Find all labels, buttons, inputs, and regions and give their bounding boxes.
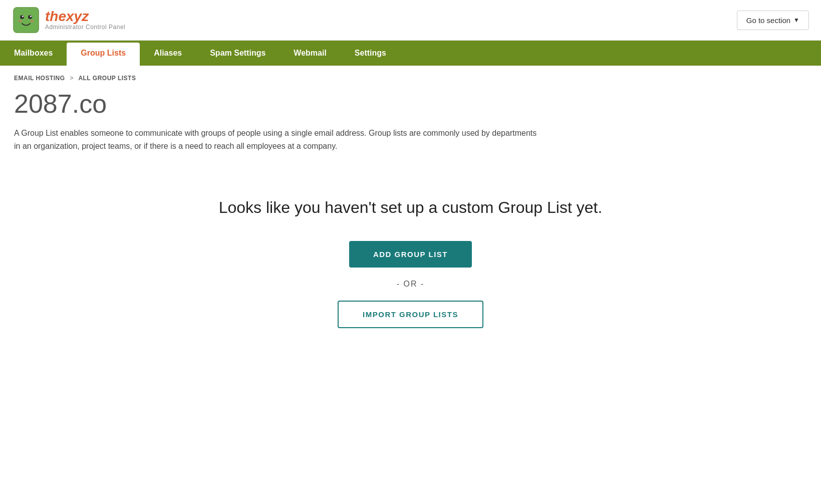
header: thexyz Administrator Control Panel Go to… <box>0 0 821 41</box>
add-group-list-button[interactable]: ADD GROUP LIST <box>349 241 472 268</box>
svg-point-3 <box>28 15 32 19</box>
nav-bar: Mailboxes Group Lists Aliases Spam Setti… <box>0 41 821 66</box>
breadcrumb-parent: EMAIL HOSTING <box>14 75 65 82</box>
nav-item-mailboxes[interactable]: Mailboxes <box>0 41 67 66</box>
goto-section-button[interactable]: Go to section ▼ <box>737 11 809 30</box>
goto-section-label: Go to section <box>746 16 790 25</box>
page-description: A Group List enables someone to communic… <box>0 127 551 168</box>
svg-point-4 <box>22 16 24 17</box>
nav-item-spam-settings[interactable]: Spam Settings <box>196 41 280 66</box>
nav-item-group-lists[interactable]: Group Lists <box>67 43 140 66</box>
breadcrumb: EMAIL HOSTING > ALL GROUP LISTS <box>0 66 821 85</box>
logo-subtitle: Administrator Control Panel <box>45 24 125 31</box>
logo-icon <box>12 6 40 34</box>
logo-text-block: thexyz Administrator Control Panel <box>45 10 125 31</box>
empty-state-message: Looks like you haven't set up a custom G… <box>219 198 603 217</box>
breadcrumb-separator: > <box>70 75 74 82</box>
breadcrumb-current: ALL GROUP LISTS <box>78 75 136 82</box>
nav-item-settings[interactable]: Settings <box>341 41 400 66</box>
chevron-down-icon: ▼ <box>793 17 799 24</box>
page-title: 2087.co <box>0 85 821 127</box>
or-divider: - OR - <box>397 280 425 289</box>
svg-point-2 <box>20 15 24 19</box>
nav-item-aliases[interactable]: Aliases <box>140 41 196 66</box>
svg-point-6 <box>18 20 22 23</box>
svg-rect-1 <box>15 9 37 31</box>
logo-brand: thexyz <box>45 10 125 24</box>
logo-area: thexyz Administrator Control Panel <box>12 6 125 34</box>
svg-point-5 <box>30 16 32 17</box>
main-content: Looks like you haven't set up a custom G… <box>0 188 821 338</box>
import-group-lists-button[interactable]: IMPORT GROUP LISTS <box>338 301 483 328</box>
svg-point-7 <box>30 20 34 23</box>
nav-item-webmail[interactable]: Webmail <box>280 41 341 66</box>
